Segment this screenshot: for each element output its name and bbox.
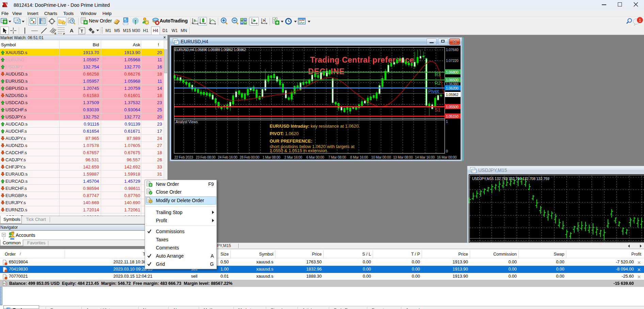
svg-text:16 Mar 00:00: 16 Mar 00:00 <box>437 156 457 159</box>
svg-text:28 Feb 00:00: 28 Feb 00:00 <box>240 156 259 159</box>
svg-text:8 Mar 16:00: 8 Mar 16:00 <box>350 156 368 159</box>
svg-text:1.05500: 1.05500 <box>446 105 458 109</box>
svg-text:USDJPY,M15 132.783 132.799 13: USDJPY,M15 132.783 132.799 132.708 132.7… <box>472 177 549 181</box>
svg-text:S1: S1 <box>435 107 440 113</box>
svg-text:1.05150: 1.05150 <box>446 114 458 118</box>
svg-text:1: 1 <box>446 119 448 124</box>
svg-text:1.07220: 1.07220 <box>446 59 458 63</box>
svg-text:6 Mar 00:00: 6 Mar 00:00 <box>306 156 324 159</box>
svg-text:F: F <box>63 32 65 35</box>
svg-text:PIVOT: 1.0620: PIVOT: 1.0620 <box>270 131 299 136</box>
svg-text:7 Mar 08:00: 7 Mar 08:00 <box>328 156 346 159</box>
svg-text:24 Feb 16:00: 24 Feb 16:00 <box>218 156 238 159</box>
svg-text:EURUSD,H4 1.05896 1.05989 1.0: EURUSD,H4 1.05896 1.05989 1.05862 1.0596… <box>175 48 246 52</box>
svg-text:1.05962: 1.05962 <box>446 93 458 97</box>
svg-text:14 Mar 16:00: 14 Mar 16:00 <box>415 156 435 159</box>
svg-text:22 Feb 2023: 22 Feb 2023 <box>174 156 193 159</box>
svg-text:1: 1 <box>639 18 641 23</box>
svg-text:1.06500: 1.06500 <box>446 78 458 82</box>
svg-text:0: 0 <box>446 149 448 153</box>
svg-text:.Analyst Views: .Analyst Views <box>175 120 198 124</box>
svg-text:Pivot: Pivot <box>428 88 439 94</box>
svg-text:1.06200: 1.06200 <box>446 86 458 90</box>
svg-text:OUR PREFERENCE:: OUR PREFERENCE: <box>270 139 312 144</box>
svg-text:EUR/USD Intraday: key resista: EUR/USD Intraday: key resistance at 1.06… <box>270 124 360 129</box>
svg-text:E: E <box>54 32 57 35</box>
svg-text:1.0550 & 1.0515 in extension.: 1.0550 & 1.0515 in extension. <box>270 148 328 153</box>
svg-text:10 Mar 00:00: 10 Mar 00:00 <box>371 156 391 159</box>
svg-text:1.06800: 1.06800 <box>446 70 458 74</box>
svg-text:R3: R3 <box>435 72 441 77</box>
svg-text:2 Mar 16:00: 2 Mar 16:00 <box>285 156 303 159</box>
svg-text:T: T <box>81 29 83 34</box>
svg-text:Trading Central preference: Trading Central preference <box>310 55 414 64</box>
svg-text:13 Mar 08:00: 13 Mar 08:00 <box>393 156 413 159</box>
svg-text:23 Feb 08:00: 23 Feb 08:00 <box>196 156 215 159</box>
svg-text:1 Mar 08:00: 1 Mar 08:00 <box>262 156 280 159</box>
svg-text:1.07640: 1.07640 <box>446 48 458 52</box>
svg-text:R2: R2 <box>435 80 441 86</box>
